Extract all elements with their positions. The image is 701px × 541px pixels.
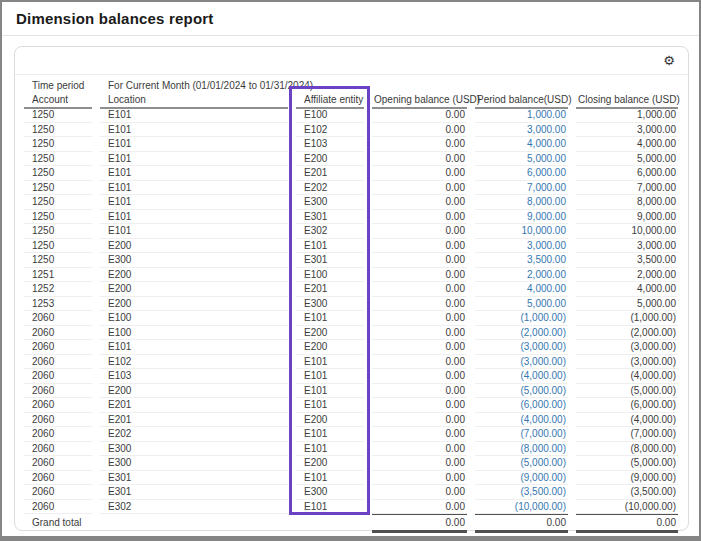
cell-account: 2060 <box>24 369 92 384</box>
col-header-location: Location <box>100 93 288 109</box>
col-header-affiliate-entity: Affiliate entity <box>296 93 364 109</box>
cell-opening-balance: 0.00 <box>372 427 467 442</box>
cell-account: 2060 <box>24 384 92 399</box>
cell-location: E302 <box>100 500 288 515</box>
table-row: 1250 E101 E201 0.00 6,000.00 6,000.00 <box>24 166 679 181</box>
cell-account: 1253 <box>24 297 92 312</box>
cell-opening-balance: 0.00 <box>372 195 467 210</box>
cell-period-balance-link[interactable]: (8,000.00) <box>475 442 568 457</box>
cell-account: 2060 <box>24 500 92 515</box>
cell-closing-balance: 3,000.00 <box>576 123 678 138</box>
cell-period-balance-link[interactable]: 3,000.00 <box>475 239 568 254</box>
cell-account: 1252 <box>24 282 92 297</box>
cell-account: 2060 <box>24 442 92 457</box>
cell-closing-balance: (5,000.00) <box>576 456 678 471</box>
cell-location: E201 <box>100 398 288 413</box>
cell-closing-balance: 3,000.00 <box>576 239 678 254</box>
cell-account: 2060 <box>24 311 92 326</box>
cell-period-balance-link[interactable]: (6,000.00) <box>475 398 568 413</box>
cell-period-balance-link[interactable]: 4,000.00 <box>475 137 568 152</box>
cell-period-balance-link[interactable]: 5,000.00 <box>475 152 568 167</box>
table-row: 1252 E200 E201 0.00 4,000.00 4,000.00 <box>24 282 679 297</box>
cell-account: 2060 <box>24 471 92 486</box>
cell-location: E101 <box>100 108 288 123</box>
cell-period-balance-link[interactable]: (5,000.00) <box>475 384 568 399</box>
cell-opening-balance: 0.00 <box>372 253 467 268</box>
cell-location: E301 <box>100 471 288 486</box>
cell-account: 1251 <box>24 268 92 283</box>
table-row: 1250 E300 E301 0.00 3,500.00 3,500.00 <box>24 253 679 268</box>
cell-affiliate-entity: E101 <box>296 398 364 413</box>
cell-period-balance-link[interactable]: (4,000.00) <box>475 369 568 384</box>
cell-affiliate-entity: E103 <box>296 137 364 152</box>
cell-period-balance-link[interactable]: (3,000.00) <box>475 355 568 370</box>
cell-location: E101 <box>100 152 288 167</box>
col-header-account: Account <box>24 93 92 109</box>
cell-period-balance-link[interactable]: (7,000.00) <box>475 427 568 442</box>
cell-affiliate-entity: E101 <box>296 239 364 254</box>
cell-period-balance-link[interactable]: 1,000.00 <box>475 108 568 123</box>
table-row: 2060 E200 E101 0.00 (5,000.00) (5,000.00… <box>24 384 679 399</box>
grand-total-closing: 0.00 <box>576 514 678 533</box>
cell-period-balance-link[interactable]: 6,000.00 <box>475 166 568 181</box>
cell-period-balance-link[interactable]: (2,000.00) <box>475 326 568 341</box>
table-row: 2060 E103 E101 0.00 (4,000.00) (4,000.00… <box>24 369 679 384</box>
cell-closing-balance: (3,000.00) <box>576 355 678 370</box>
cell-location: E200 <box>100 384 288 399</box>
cell-opening-balance: 0.00 <box>372 340 467 355</box>
cell-location: E100 <box>100 311 288 326</box>
cell-period-balance-link[interactable]: (9,000.00) <box>475 471 568 486</box>
cell-location: E103 <box>100 369 288 384</box>
cell-location: E100 <box>100 326 288 341</box>
cell-opening-balance: 0.00 <box>372 224 467 239</box>
cell-opening-balance: 0.00 <box>372 210 467 225</box>
cell-account: 1250 <box>24 123 92 138</box>
cell-closing-balance: 1,000.00 <box>576 108 678 123</box>
cell-period-balance-link[interactable]: 7,000.00 <box>475 181 568 196</box>
cell-period-balance-link[interactable]: 2,000.00 <box>475 268 568 283</box>
cell-location: E300 <box>100 442 288 457</box>
cell-period-balance-link[interactable]: 3,000.00 <box>475 123 568 138</box>
table-row: 1250 E101 E200 0.00 5,000.00 5,000.00 <box>24 152 679 167</box>
cell-account: 1250 <box>24 239 92 254</box>
cell-opening-balance: 0.00 <box>372 311 467 326</box>
cell-closing-balance: (1,000.00) <box>576 311 678 326</box>
table-row: 2060 E100 E200 0.00 (2,000.00) (2,000.00… <box>24 326 679 341</box>
cell-account: 2060 <box>24 398 92 413</box>
cell-period-balance-link[interactable]: (5,000.00) <box>475 456 568 471</box>
cell-account: 2060 <box>24 413 92 428</box>
cell-affiliate-entity: E300 <box>296 297 364 312</box>
report-card: ⚙ Time period For Current Month (01/01/2… <box>14 46 689 531</box>
cell-opening-balance: 0.00 <box>372 456 467 471</box>
cell-location: E101 <box>100 224 288 239</box>
cell-period-balance-link[interactable]: 3,500.00 <box>475 253 568 268</box>
cell-period-balance-link[interactable]: (3,000.00) <box>475 340 568 355</box>
title-divider <box>2 35 699 36</box>
table-row: 1251 E200 E100 0.00 2,000.00 2,000.00 <box>24 268 679 283</box>
report-window: Dimension balances report ⚙ Time period … <box>0 0 701 541</box>
cell-closing-balance: 6,000.00 <box>576 166 678 181</box>
table-row: 2060 E201 E200 0.00 (4,000.00) (4,000.00… <box>24 413 679 428</box>
cell-account: 1250 <box>24 253 92 268</box>
table-row: 2060 E100 E101 0.00 (1,000.00) (1,000.00… <box>24 311 679 326</box>
report-rows: 1250 E101 E100 0.00 1,000.00 1,000.00 12… <box>24 108 679 514</box>
cell-closing-balance: 5,000.00 <box>576 297 678 312</box>
cell-period-balance-link[interactable]: 10,000.00 <box>475 224 568 239</box>
table-row: 2060 E300 E200 0.00 (5,000.00) (5,000.00… <box>24 456 679 471</box>
cell-closing-balance: 8,000.00 <box>576 195 678 210</box>
cell-period-balance-link[interactable]: (3,500.00) <box>475 485 568 500</box>
table-row: 2060 E301 E101 0.00 (9,000.00) (9,000.00… <box>24 471 679 486</box>
cell-location: E300 <box>100 456 288 471</box>
grand-total-period: 0.00 <box>475 514 568 533</box>
cell-period-balance-link[interactable]: (1,000.00) <box>475 311 568 326</box>
cell-closing-balance: (2,000.00) <box>576 326 678 341</box>
cell-period-balance-link[interactable]: (4,000.00) <box>475 413 568 428</box>
table-row: 1250 E101 E100 0.00 1,000.00 1,000.00 <box>24 108 679 123</box>
cell-location: E301 <box>100 485 288 500</box>
cell-period-balance-link[interactable]: 8,000.00 <box>475 195 568 210</box>
cell-period-balance-link[interactable]: (10,000.00) <box>475 500 568 515</box>
cell-period-balance-link[interactable]: 9,000.00 <box>475 210 568 225</box>
settings-gear-icon[interactable]: ⚙ <box>663 53 675 69</box>
cell-period-balance-link[interactable]: 4,000.00 <box>475 282 568 297</box>
cell-period-balance-link[interactable]: 5,000.00 <box>475 297 568 312</box>
